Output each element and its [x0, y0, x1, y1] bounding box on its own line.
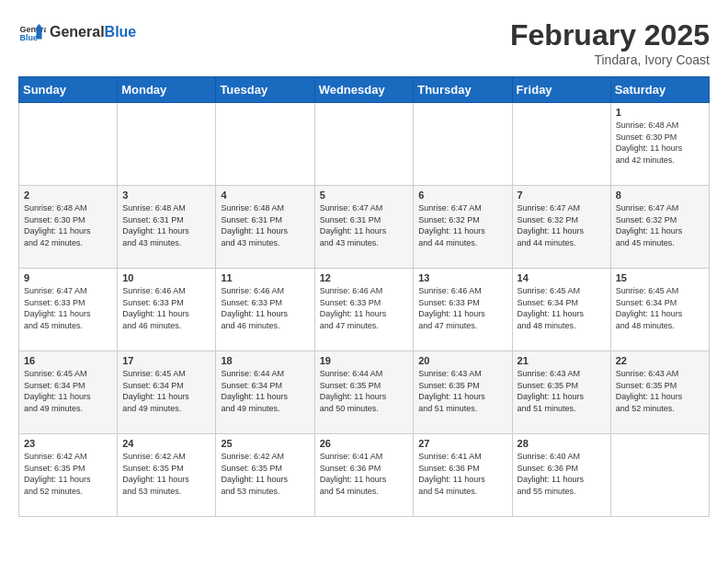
calendar-cell: 6Sunrise: 6:47 AM Sunset: 6:32 PM Daylig… — [414, 186, 512, 269]
day-number: 13 — [418, 272, 506, 283]
day-info: Sunrise: 6:48 AM Sunset: 6:30 PM Dayligh… — [24, 202, 112, 248]
day-info: Sunrise: 6:46 AM Sunset: 6:33 PM Dayligh… — [418, 285, 506, 331]
day-number: 8 — [616, 190, 704, 201]
calendar-cell: 22Sunrise: 6:43 AM Sunset: 6:35 PM Dayli… — [610, 351, 709, 434]
calendar-cell — [118, 103, 216, 186]
calendar-cell: 2Sunrise: 6:48 AM Sunset: 6:30 PM Daylig… — [19, 186, 118, 269]
day-number: 3 — [122, 190, 210, 201]
day-number: 24 — [122, 438, 210, 449]
calendar-cell: 8Sunrise: 6:47 AM Sunset: 6:32 PM Daylig… — [610, 186, 709, 269]
calendar-cell: 15Sunrise: 6:45 AM Sunset: 6:34 PM Dayli… — [610, 269, 709, 351]
calendar-cell: 1Sunrise: 6:48 AM Sunset: 6:30 PM Daylig… — [610, 103, 709, 186]
day-info: Sunrise: 6:46 AM Sunset: 6:33 PM Dayligh… — [221, 285, 309, 331]
day-number: 6 — [418, 190, 506, 201]
day-number: 22 — [616, 355, 704, 366]
calendar-cell: 17Sunrise: 6:45 AM Sunset: 6:34 PM Dayli… — [118, 351, 216, 434]
week-row-4: 16Sunrise: 6:45 AM Sunset: 6:34 PM Dayli… — [19, 351, 710, 434]
day-number: 26 — [320, 438, 409, 449]
day-info: Sunrise: 6:45 AM Sunset: 6:34 PM Dayligh… — [518, 285, 606, 331]
calendar-cell: 28Sunrise: 6:40 AM Sunset: 6:36 PM Dayli… — [512, 434, 610, 517]
calendar-cell — [512, 103, 610, 186]
day-number: 25 — [221, 438, 309, 449]
calendar-cell: 16Sunrise: 6:45 AM Sunset: 6:34 PM Dayli… — [19, 351, 118, 434]
calendar-cell: 21Sunrise: 6:43 AM Sunset: 6:35 PM Dayli… — [512, 351, 610, 434]
day-number: 12 — [320, 272, 409, 283]
day-info: Sunrise: 6:47 AM Sunset: 6:33 PM Dayligh… — [24, 285, 112, 331]
calendar-cell: 10Sunrise: 6:46 AM Sunset: 6:33 PM Dayli… — [118, 269, 216, 351]
day-header-sunday: Sunday — [19, 77, 118, 103]
day-number: 11 — [221, 272, 309, 283]
calendar-cell: 4Sunrise: 6:48 AM Sunset: 6:31 PM Daylig… — [216, 186, 314, 269]
day-number: 1 — [616, 107, 704, 118]
calendar-cell — [610, 434, 709, 517]
title-area: February 2025 Tindara, Ivory Coast — [510, 18, 710, 67]
day-info: Sunrise: 6:42 AM Sunset: 6:35 PM Dayligh… — [24, 451, 112, 497]
day-info: Sunrise: 6:45 AM Sunset: 6:34 PM Dayligh… — [24, 368, 112, 414]
day-info: Sunrise: 6:46 AM Sunset: 6:33 PM Dayligh… — [122, 285, 210, 331]
day-number: 10 — [122, 272, 210, 283]
day-info: Sunrise: 6:47 AM Sunset: 6:32 PM Dayligh… — [518, 202, 606, 248]
day-number: 16 — [24, 355, 112, 366]
calendar-cell — [414, 103, 512, 186]
calendar-cell — [314, 103, 414, 186]
calendar-cell: 27Sunrise: 6:41 AM Sunset: 6:36 PM Dayli… — [414, 434, 512, 517]
day-number: 14 — [518, 272, 606, 283]
calendar-cell: 7Sunrise: 6:47 AM Sunset: 6:32 PM Daylig… — [512, 186, 610, 269]
calendar-cell: 12Sunrise: 6:46 AM Sunset: 6:33 PM Dayli… — [314, 269, 414, 351]
calendar-cell: 25Sunrise: 6:42 AM Sunset: 6:35 PM Dayli… — [216, 434, 314, 517]
week-row-2: 2Sunrise: 6:48 AM Sunset: 6:30 PM Daylig… — [19, 186, 710, 269]
week-row-1: 1Sunrise: 6:48 AM Sunset: 6:30 PM Daylig… — [19, 103, 710, 186]
day-info: Sunrise: 6:41 AM Sunset: 6:36 PM Dayligh… — [320, 451, 409, 497]
day-header-tuesday: Tuesday — [216, 77, 314, 103]
day-number: 18 — [221, 355, 309, 366]
day-info: Sunrise: 6:48 AM Sunset: 6:31 PM Dayligh… — [221, 202, 309, 248]
calendar-cell: 24Sunrise: 6:42 AM Sunset: 6:35 PM Dayli… — [118, 434, 216, 517]
day-number: 17 — [122, 355, 210, 366]
day-info: Sunrise: 6:45 AM Sunset: 6:34 PM Dayligh… — [122, 368, 210, 414]
day-number: 19 — [320, 355, 409, 366]
day-number: 23 — [24, 438, 112, 449]
day-info: Sunrise: 6:43 AM Sunset: 6:35 PM Dayligh… — [418, 368, 506, 414]
calendar-cell: 11Sunrise: 6:46 AM Sunset: 6:33 PM Dayli… — [216, 269, 314, 351]
day-header-saturday: Saturday — [610, 77, 709, 103]
day-number: 15 — [616, 272, 704, 283]
calendar-cell: 23Sunrise: 6:42 AM Sunset: 6:35 PM Dayli… — [19, 434, 118, 517]
calendar-cell: 13Sunrise: 6:46 AM Sunset: 6:33 PM Dayli… — [414, 269, 512, 351]
calendar-header-row: SundayMondayTuesdayWednesdayThursdayFrid… — [19, 77, 710, 103]
day-info: Sunrise: 6:48 AM Sunset: 6:31 PM Dayligh… — [122, 202, 210, 248]
page-header: General Blue GeneralBlue February 2025 T… — [18, 18, 710, 67]
day-number: 5 — [320, 190, 409, 201]
svg-text:Blue: Blue — [20, 33, 39, 42]
day-info: Sunrise: 6:41 AM Sunset: 6:36 PM Dayligh… — [418, 451, 506, 497]
calendar-cell: 9Sunrise: 6:47 AM Sunset: 6:33 PM Daylig… — [19, 269, 118, 351]
logo-text-blue: Blue — [105, 24, 137, 40]
calendar-cell: 3Sunrise: 6:48 AM Sunset: 6:31 PM Daylig… — [118, 186, 216, 269]
logo-icon: General Blue — [18, 18, 46, 46]
day-header-thursday: Thursday — [414, 77, 512, 103]
day-number: 9 — [24, 272, 112, 283]
day-info: Sunrise: 6:44 AM Sunset: 6:34 PM Dayligh… — [221, 368, 309, 414]
day-number: 28 — [518, 438, 606, 449]
calendar-cell: 18Sunrise: 6:44 AM Sunset: 6:34 PM Dayli… — [216, 351, 314, 434]
calendar-cell: 20Sunrise: 6:43 AM Sunset: 6:35 PM Dayli… — [414, 351, 512, 434]
day-number: 2 — [24, 190, 112, 201]
day-info: Sunrise: 6:43 AM Sunset: 6:35 PM Dayligh… — [616, 368, 704, 414]
calendar-cell: 26Sunrise: 6:41 AM Sunset: 6:36 PM Dayli… — [314, 434, 414, 517]
calendar-cell: 19Sunrise: 6:44 AM Sunset: 6:35 PM Dayli… — [314, 351, 414, 434]
location-title: Tindara, Ivory Coast — [510, 52, 710, 67]
day-header-friday: Friday — [512, 77, 610, 103]
calendar-cell: 5Sunrise: 6:47 AM Sunset: 6:31 PM Daylig… — [314, 186, 414, 269]
day-number: 27 — [418, 438, 506, 449]
calendar-cell — [19, 103, 118, 186]
day-info: Sunrise: 6:42 AM Sunset: 6:35 PM Dayligh… — [122, 451, 210, 497]
day-info: Sunrise: 6:40 AM Sunset: 6:36 PM Dayligh… — [518, 451, 606, 497]
day-info: Sunrise: 6:43 AM Sunset: 6:35 PM Dayligh… — [518, 368, 606, 414]
day-info: Sunrise: 6:46 AM Sunset: 6:33 PM Dayligh… — [320, 285, 409, 331]
day-info: Sunrise: 6:42 AM Sunset: 6:35 PM Dayligh… — [221, 451, 309, 497]
day-number: 4 — [221, 190, 309, 201]
calendar-table: SundayMondayTuesdayWednesdayThursdayFrid… — [18, 76, 710, 517]
day-number: 21 — [518, 355, 606, 366]
day-header-monday: Monday — [118, 77, 216, 103]
day-number: 20 — [418, 355, 506, 366]
day-info: Sunrise: 6:48 AM Sunset: 6:30 PM Dayligh… — [616, 120, 704, 166]
